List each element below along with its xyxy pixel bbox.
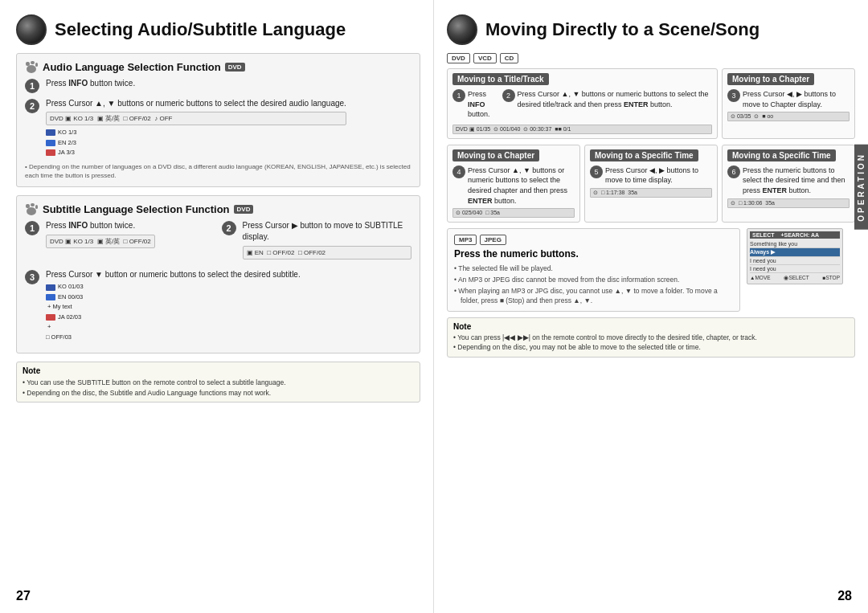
left-title-area: Selecting Audio/Subtitle Language xyxy=(16,14,420,45)
mp3-bullet-3: When playing an MP3 or JPG disc, you can… xyxy=(454,287,733,306)
step5-row: 5 Press Cursor ◀, ▶ buttons to move to t… xyxy=(590,166,712,186)
chapter-mid-box: Moving to a Chapter 4 Press Cursor ▲, ▼ … xyxy=(447,145,580,223)
audio-step-1: 1 Press INFO button twice. xyxy=(25,78,411,93)
subtitle-step-3: 3 Press Cursor ▼ button or numeric butto… xyxy=(25,269,411,341)
screen-nav-row: ▲MOVE◉SELECT■STOP xyxy=(750,273,840,283)
right-page-title: Moving Directly to a Scene/Song xyxy=(485,19,760,40)
badge-dvd: DVD xyxy=(447,53,470,63)
audio-section-title: Audio Language Selection Function xyxy=(43,61,221,73)
step2-num: 2 xyxy=(502,89,515,102)
step1-text: Press INFO button. xyxy=(468,89,497,120)
subtitle-step2-text: Press Cursor ▶ button to move to SUBTITL… xyxy=(243,220,412,260)
mp3-badge: MP3 xyxy=(454,235,477,245)
chapter-top-box: Moving to a Chapter 3 Press Cursor ◀, ▶ … xyxy=(722,68,855,139)
mp3-content-box: MP3 JPEG Press the numeric buttons. The … xyxy=(447,228,740,312)
svg-rect-6 xyxy=(35,205,38,209)
subtitle-dvd-badge: DVD xyxy=(234,205,254,214)
subtitle-screen2: ▣ EN □ OFF/02 □ OFF/02 xyxy=(243,246,412,260)
svg-rect-5 xyxy=(31,203,35,206)
audio-step1-text: Press INFO button twice. xyxy=(46,78,135,93)
mp3-step-text: Press the numeric buttons. xyxy=(454,248,733,260)
step4-text: Press Cursor ▲, ▼ buttons or numeric but… xyxy=(468,166,575,206)
subtitle-lang-display: KO 01/03 EN 00/03 + My text JA 02/03 + □… xyxy=(46,283,301,341)
specific-time-mid-header: Moving to a Specific Time xyxy=(590,149,698,161)
left-note-item-2: • Depending on the disc, the Subtitle an… xyxy=(23,388,414,398)
subtitle-step3-num: 3 xyxy=(25,270,39,284)
right-note-item-2: • Depending on the disc, you may not be … xyxy=(453,343,849,353)
audio-step1-num: 1 xyxy=(25,79,39,93)
left-page-number: 27 xyxy=(16,589,31,603)
lang-display: KO 1/3 EN 2/3 JA 3/3 xyxy=(46,129,346,157)
audio-section: Audio Language Selection Function DVD 1 … xyxy=(16,53,420,187)
right-note-item-1: • You can press |◀◀ ▶▶| on the remote co… xyxy=(453,333,849,343)
step6-text: Press the numeric buttons to select the … xyxy=(743,166,850,196)
svg-rect-1 xyxy=(31,61,35,64)
right-page-number: 28 xyxy=(837,589,852,603)
badge-cd: CD xyxy=(500,53,519,63)
audio-step-2: 2 Press Cursor ▲, ▼ buttons or numeric b… xyxy=(25,98,411,157)
audio-dvd-badge: DVD xyxy=(225,63,245,72)
subtitle-section-title: Subtitle Language Selection Function xyxy=(43,203,230,215)
title-track-header: Moving to a Title/Track xyxy=(452,73,549,85)
subtitle-section-title-row: Subtitle Language Selection Function DVD xyxy=(25,202,411,215)
disc-icon-right xyxy=(447,14,477,45)
screen-row-2: I need you xyxy=(750,257,840,265)
chapter-mid-header: Moving to a Chapter xyxy=(452,149,539,161)
right-title-area: Moving Directly to a Scene/Song xyxy=(447,14,855,45)
paw-icon-subtitle xyxy=(25,202,38,215)
title-track-steps: 1 Press INFO button. 2 Press Cursor ▲, ▼… xyxy=(452,89,712,122)
mp3-badges: MP3 JPEG xyxy=(454,234,733,245)
chapter-mid-screen: ⊙ 025/040 □ 35a xyxy=(452,208,575,218)
step3-text: Press Cursor ◀, ▶ buttons to move to Cha… xyxy=(743,89,850,109)
title-track-box: Moving to a Title/Track 1 Press INFO but… xyxy=(447,68,718,139)
mid-three-col: Moving to a Chapter 4 Press Cursor ▲, ▼ … xyxy=(447,145,855,223)
svg-point-7 xyxy=(27,207,36,215)
subtitle-screen1: DVD ▣ KO 1/3 ▣ 英/英 □ OFF/02 xyxy=(46,235,155,248)
left-note-item-1: • You can use the SUBTITLE button on the… xyxy=(23,378,414,387)
step6-row: 6 Press the numeric buttons to select th… xyxy=(727,166,850,196)
mp3-screen-preview-area: SELECT +SEARCH: AA Something like you Al… xyxy=(747,228,855,312)
subtitle-step-1: 1 Press INFO button twice. DVD ▣ KO 1/3 … xyxy=(25,220,215,260)
step5-text: Press Cursor ◀, ▶ buttons to move to tim… xyxy=(605,166,712,186)
step2-text: Press Cursor ▲, ▼ buttons or numeric but… xyxy=(518,89,713,109)
title-track-screen: DVD ▣ 01/35 ⊙ 001/040 ⊙ 00:30:37 ■■ 0/1 xyxy=(452,125,712,134)
right-note-box: Note • You can press |◀◀ ▶▶| on the remo… xyxy=(447,317,855,358)
subtitle-step2-num: 2 xyxy=(222,221,236,235)
audio-note: Depending on the number of languages on … xyxy=(25,162,411,180)
step6-num: 6 xyxy=(727,166,740,178)
specific-time-right-header: Moving to a Specific Time xyxy=(727,149,836,161)
specific-time-right-box: Moving to a Specific Time 6 Press the nu… xyxy=(722,145,855,223)
screen-header: SELECT +SEARCH: AA xyxy=(750,231,840,239)
subtitle-step1-text: Press INFO button twice. DVD ▣ KO 1/3 ▣ … xyxy=(46,220,155,260)
badge-vcd: VCD xyxy=(473,53,497,63)
mp3-bullet-2: An MP3 or JPEG disc cannot be moved from… xyxy=(454,276,733,285)
top-three-col: Moving to a Title/Track 1 Press INFO but… xyxy=(447,68,855,139)
jpeg-badge: JPEG xyxy=(480,235,506,245)
step1-num: 1 xyxy=(452,89,465,102)
step3-row: 3 Press Cursor ◀, ▶ buttons to move to C… xyxy=(727,89,850,109)
svg-rect-4 xyxy=(26,204,30,208)
left-page-title: Selecting Audio/Subtitle Language xyxy=(55,20,346,39)
screen-row-3: I need you xyxy=(750,265,840,273)
subtitle-step3-text: Press Cursor ▼ button or numeric buttons… xyxy=(46,269,301,341)
mp3-section: MP3 JPEG Press the numeric buttons. The … xyxy=(447,228,855,312)
right-note-title: Note xyxy=(453,322,849,331)
step1-row: 1 Press INFO button. xyxy=(452,89,497,120)
chapter-top-header: Moving to a Chapter xyxy=(727,73,814,85)
left-note-box: Note • You can use the SUBTITLE button o… xyxy=(16,362,420,403)
subtitle-step1-num: 1 xyxy=(25,221,39,235)
screen-row-1: Something like you xyxy=(750,240,840,248)
paw-icon-audio xyxy=(25,60,38,73)
subtitle-section: Subtitle Language Selection Function DVD… xyxy=(16,195,420,353)
left-page: Selecting Audio/Subtitle Language Audio … xyxy=(0,0,434,613)
step2-row: 2 Press Cursor ▲, ▼ buttons or numeric b… xyxy=(502,89,713,120)
disc-icon-left xyxy=(16,14,47,45)
audio-screen-sim: DVD ▣ KO 1/3 ▣ 英/英 □ OFF/02 ♪ OFF xyxy=(46,112,346,125)
audio-step2-num: 2 xyxy=(25,99,39,113)
step4-row: 4 Press Cursor ▲, ▼ buttons or numeric b… xyxy=(452,166,575,206)
right-page: Moving Directly to a Scene/Song DVD VCD … xyxy=(434,0,868,613)
mp3-bullet-1: The selected file will be played. xyxy=(454,264,733,274)
svg-rect-2 xyxy=(35,63,38,67)
chapter-top-screen: ⊙ 03/35 ⊙ ■ oo xyxy=(727,112,850,121)
step5-num: 5 xyxy=(590,166,603,178)
